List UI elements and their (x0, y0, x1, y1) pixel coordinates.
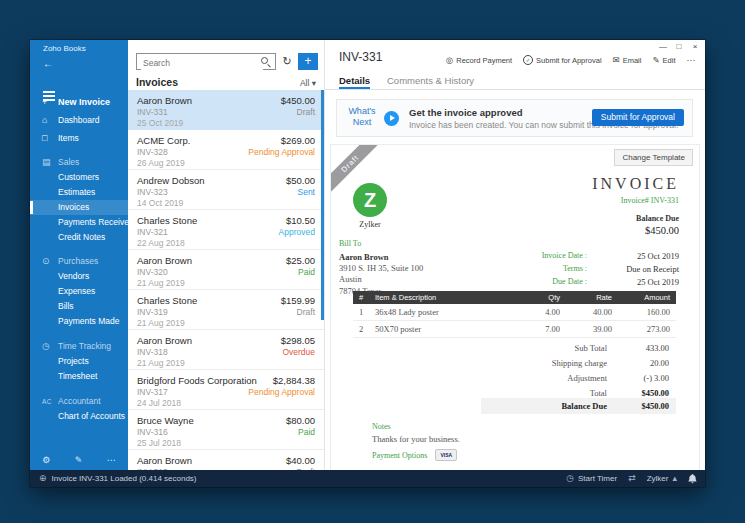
sidebar-section-sales[interactable]: ▤ Sales (30, 155, 128, 170)
invoice-row[interactable]: ACME Corp.$269.00 INV-328Pending Approva… (128, 130, 324, 170)
sidebar-section-accountant[interactable]: AC Accountant (30, 394, 128, 409)
close-button[interactable]: × (687, 40, 703, 54)
invoice-row[interactable]: Charles Stone$10.50 INV-321Approved 22 A… (128, 210, 324, 250)
change-template-button[interactable]: Change Template (614, 149, 693, 166)
submit-for-approval-cta[interactable]: Submit for Approval (592, 109, 684, 126)
edit-icon: ✎ (652, 55, 659, 65)
invoice-row[interactable]: Aaron Brown$450.00 INV-331Draft 25 Oct 2… (128, 90, 324, 130)
status-badge: Paid (298, 427, 315, 437)
start-timer-button[interactable]: ◷ Start Timer (566, 470, 617, 487)
status-badge: Pending Approval (248, 387, 315, 397)
invoice-row[interactable]: Aaron Brown$40.00 INV-315Draft (128, 450, 324, 470)
invoice-header: INVOICE Invoice# INV-331 Balance Due $45… (592, 175, 679, 236)
settings-button[interactable]: ⚙ (42, 455, 50, 465)
sidebar-item-customers[interactable]: Customers (30, 170, 128, 185)
switch-icon: ⇄ (628, 470, 636, 487)
status-badge: Approved (279, 227, 315, 237)
company-logo: Z (353, 183, 387, 217)
balance-due-label: Balance Due (592, 214, 679, 223)
sidebar-item-invoices[interactable]: Invoices (30, 200, 128, 215)
plus-icon: + (42, 93, 56, 111)
sidebar-item-timesheet[interactable]: Timesheet (30, 369, 128, 384)
invoice-row[interactable]: Aaron Brown$25.00 INV-320Paid 21 Aug 201… (128, 250, 324, 290)
invoice-row[interactable]: Aaron Brown$298.05 INV-318Overdue 21 Aug… (128, 330, 324, 370)
minimize-button[interactable]: — (655, 40, 671, 54)
org-selector[interactable]: Zylker ▴ (647, 470, 677, 487)
total-label: Total (590, 388, 607, 398)
sidebar-section-purchases[interactable]: ⊙ Purchases (30, 254, 128, 269)
org-name: Zylker (647, 470, 669, 487)
tab-comments-history[interactable]: Comments & History (387, 75, 474, 86)
invoice-row[interactable]: Bruce Wayne$80.00 INV-316Paid 25 Jul 201… (128, 410, 324, 450)
sidebar-item-bills[interactable]: Bills (30, 299, 128, 314)
globe-icon: ⊕ (39, 470, 47, 487)
edit-button[interactable]: ✎ Edit (652, 55, 675, 65)
list-scrollbar[interactable] (321, 90, 324, 320)
sidebar-section-label: Purchases (58, 254, 98, 269)
back-button[interactable]: ← (30, 55, 128, 73)
bill-to-address-line: Austin (339, 274, 423, 285)
sidebar-section-time-tracking[interactable]: ◷ Time Tracking (30, 339, 128, 354)
balance-due-value: $450.00 (592, 225, 679, 236)
search-input[interactable] (141, 55, 263, 70)
sidebar-item-chart-of-accounts[interactable]: Chart of Accounts (30, 409, 128, 424)
bill-to-label: Bill To (339, 239, 423, 249)
sidebar-item-credit-notes[interactable]: Credit Notes (30, 230, 128, 245)
menu-button[interactable] (30, 73, 128, 93)
feedback-button[interactable]: ✎ (75, 455, 83, 465)
sidebar-item-label: New Invoice (58, 93, 110, 111)
tab-details[interactable]: Details (339, 75, 370, 86)
invoice-title: INVOICE (592, 175, 679, 193)
maximize-button[interactable]: □ (671, 40, 687, 54)
invoice-list: Aaron Brown$450.00 INV-331Draft 25 Oct 2… (128, 90, 324, 470)
meta-label: Due Date : (507, 277, 587, 287)
total-label: Sub Total (574, 343, 607, 353)
add-invoice-button[interactable]: + (298, 53, 318, 70)
invoice-row[interactable]: Bridgford Foods Corporation$2,884.38 INV… (128, 370, 324, 410)
sidebar-item-payments-received[interactable]: Payments Received (30, 215, 128, 230)
sidebar-item-vendors[interactable]: Vendors (30, 269, 128, 284)
overflow-menu-button[interactable]: ⋯ (687, 55, 696, 65)
sidebar-item-items[interactable]: □ Items (30, 129, 128, 147)
sidebar-item-label: Items (58, 129, 79, 147)
invoice-detail-panel: — □ × INV-331 ◎ Record Payment ✓ Submit … (325, 40, 705, 470)
email-button[interactable]: ✉ Email (613, 55, 642, 65)
total-value: $450.00 (607, 388, 676, 398)
bill-to-address-line: 3910 S. IH 35, Suite 100 (339, 263, 423, 274)
sidebar-item-payments-made[interactable]: Payments Made (30, 314, 128, 329)
record-payment-button[interactable]: ◎ Record Payment (446, 55, 512, 65)
invoice-row[interactable]: Andrew Dobson$50.00 INV-323Sent 14 Oct 2… (128, 170, 324, 210)
meta-value: Due on Receipt (587, 264, 679, 274)
sidebar-item-dashboard[interactable]: ⌂ Dashboard (30, 111, 128, 129)
status-message-area: ⊕ Invoice INV-331 Loaded (0.414 seconds) (39, 470, 197, 487)
sidebar-item-projects[interactable]: Projects (30, 354, 128, 369)
status-badge: Paid (298, 267, 315, 277)
accountant-icon: AC (42, 394, 56, 409)
invoice-meta: Invoice Date :25 Oct 2019 Terms :Due on … (507, 251, 679, 290)
sidebar-section-label: Time Tracking (58, 339, 111, 354)
play-icon[interactable] (384, 111, 399, 126)
ellipsis-icon: ⋯ (687, 55, 696, 65)
notes-text: Thanks for your business. (372, 434, 460, 444)
sidebar-item-estimates[interactable]: Estimates (30, 185, 128, 200)
sidebar-item-expenses[interactable]: Expenses (30, 284, 128, 299)
submit-for-approval-button[interactable]: ✓ Submit for Approval (523, 55, 601, 65)
org-switch-button[interactable]: ⇄ (628, 470, 636, 487)
record-payment-icon: ◎ (446, 55, 453, 65)
notifications-button[interactable] (688, 474, 697, 484)
status-message: Invoice INV-331 Loaded (0.414 seconds) (52, 470, 197, 487)
refresh-button[interactable]: ↻ (280, 53, 294, 70)
list-header: Invoices All ▾ (128, 76, 324, 90)
invoice-row[interactable]: Charles Stone$159.99 INV-319Draft 21 Aug… (128, 290, 324, 330)
home-icon: ⌂ (42, 111, 56, 129)
caret-up-icon: ▴ (672, 470, 677, 487)
status-badge: Draft (297, 107, 315, 117)
filter-dropdown[interactable]: All ▾ (300, 78, 316, 88)
desktop: Zoho Books ← + New Invoice ⌂ Dashboard □… (0, 0, 745, 523)
plus-icon: + (304, 54, 311, 68)
more-button[interactable]: ⋯ (107, 455, 116, 465)
gear-icon: ⚙ (42, 455, 50, 465)
clock-icon: ◷ (42, 339, 56, 354)
status-badge: Overdue (282, 347, 315, 357)
sidebar-item-new-invoice[interactable]: + New Invoice (30, 93, 128, 111)
